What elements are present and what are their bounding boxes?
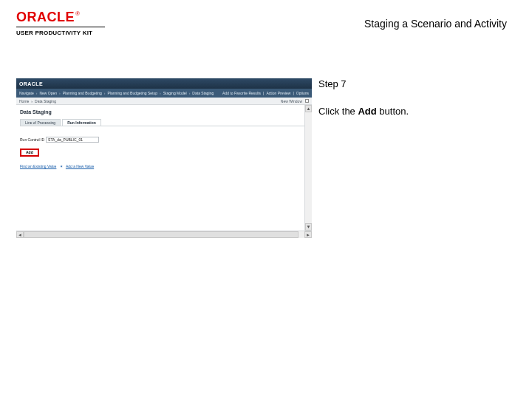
nav-pipe: | — [293, 91, 293, 95]
app-body: Data Staging Line of Processing Run Info… — [16, 105, 312, 231]
run-control-label: Run Control ID — [20, 137, 44, 142]
nav-item[interactable]: Data Staging — [192, 91, 214, 95]
scroll-left-icon[interactable]: ◄ — [16, 231, 24, 238]
nav-item[interactable]: New Open — [39, 91, 57, 95]
nav-right-item[interactable]: Action Preview — [266, 91, 290, 95]
scroll-down-icon[interactable]: ▼ — [305, 223, 312, 231]
vertical-scrollbar[interactable]: ▲ ▼ — [304, 105, 312, 231]
nav-item[interactable]: Navigate — [19, 91, 34, 95]
nav-item[interactable]: Planning and Budgeting Setup — [107, 91, 157, 95]
page-title: Staging a Scenario and Activity — [364, 18, 507, 30]
run-control-input[interactable]: STA_da_PUBLIC_01 — [46, 137, 99, 143]
step-label: Step 7 — [318, 78, 509, 89]
tab-line-of-processing[interactable]: Line of Processing — [20, 119, 61, 126]
instruction-suffix: button. — [377, 106, 409, 117]
crumb-item[interactable]: Home — [19, 99, 29, 103]
nav-sep: › — [189, 91, 191, 95]
app-nav: Navigate › New Open › Planning and Budge… — [16, 89, 312, 98]
crumb-right: New Window — [281, 99, 309, 103]
nav-right: Add to Favorite Results | Action Preview… — [222, 91, 309, 95]
h-track[interactable] — [24, 231, 304, 238]
star-icon: ✶ — [60, 164, 63, 168]
nav-sep: › — [104, 91, 106, 95]
nav-item[interactable]: Planning and Budgeting — [63, 91, 102, 95]
tab-run-information[interactable]: Run Information — [62, 119, 101, 126]
nav-sep: › — [36, 91, 38, 95]
nav-sep: › — [59, 91, 61, 95]
find-existing-link[interactable]: Find an Existing Value — [20, 164, 56, 168]
checkbox-icon[interactable] — [305, 99, 309, 103]
scroll-right-icon[interactable]: ► — [304, 231, 312, 238]
instruction-bold: Add — [358, 106, 376, 117]
scroll-up-icon[interactable]: ▲ — [305, 105, 312, 112]
section-title: Data Staging — [20, 109, 308, 115]
bottom-links: Find an Existing Value ✶ Add a New Value — [20, 164, 308, 168]
crumb-sep: › — [31, 99, 33, 103]
run-control-row: Run Control ID STA_da_PUBLIC_01 — [20, 137, 308, 143]
nav-sep: › — [160, 91, 161, 95]
brand-subtitle: USER PRODUCTIVITY KIT — [16, 30, 92, 36]
nav-right-item[interactable]: Options — [296, 91, 309, 95]
brand-rule — [16, 27, 105, 27]
instruction-panel: Step 7 Click the Add button. — [318, 78, 509, 117]
add-row: Add — [20, 149, 308, 157]
tabs: Line of Processing Run Information — [20, 119, 308, 126]
add-new-value-link[interactable]: Add a New Value — [66, 164, 94, 168]
add-button[interactable]: Add — [20, 149, 39, 157]
nav-item[interactable]: Staging Model — [163, 91, 187, 95]
h-thumb[interactable] — [24, 231, 299, 238]
brand-logo: ORACLE® — [16, 10, 105, 24]
v-track[interactable] — [305, 112, 312, 223]
registered-mark: ® — [75, 10, 80, 17]
app-screenshot: ORACLE Navigate › New Open › Planning an… — [16, 78, 312, 238]
nav-right-item[interactable]: Add to Favorite Results — [222, 91, 261, 95]
breadcrumb: Home › Data Staging New Window — [16, 98, 312, 105]
nav-pipe: | — [263, 91, 264, 95]
instruction-body: Click the Add button. — [318, 106, 509, 117]
app-topbar: ORACLE — [16, 78, 312, 89]
crumb-item[interactable]: Data Staging — [35, 99, 56, 103]
brand-word: ORACLE — [16, 10, 75, 24]
instruction-prefix: Click the — [318, 106, 358, 117]
run-control-value: STA_da_PUBLIC_01 — [48, 137, 83, 142]
new-window-link[interactable]: New Window — [281, 99, 302, 103]
horizontal-scrollbar[interactable]: ◄ ► — [16, 231, 312, 238]
app-brand: ORACLE — [19, 81, 43, 86]
